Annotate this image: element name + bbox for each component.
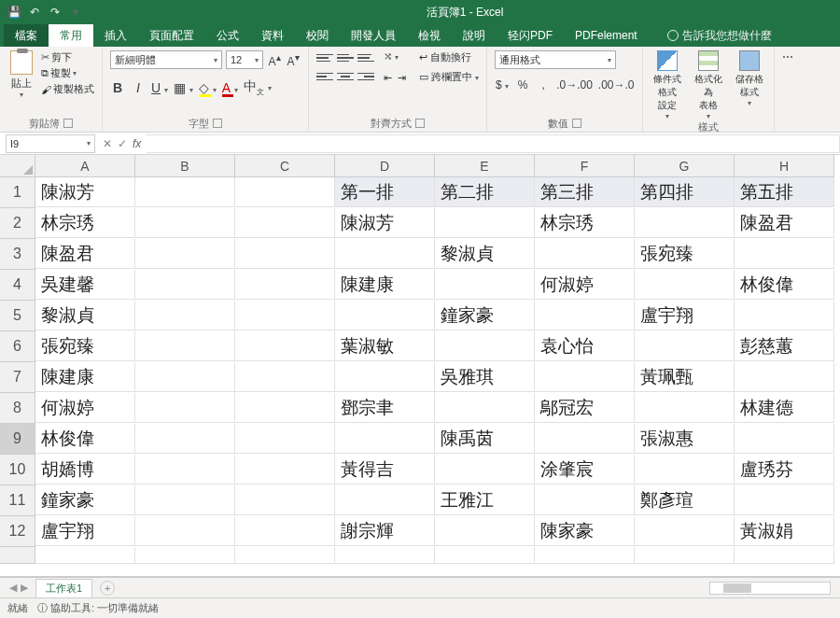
cell[interactable] <box>635 393 735 423</box>
cell[interactable] <box>535 362 635 392</box>
cell[interactable] <box>435 331 535 361</box>
cut-button[interactable]: ✂剪下 <box>41 50 94 64</box>
worksheet-grid[interactable]: ABCDEFGH1陳淑芳第一排第二排第三排第四排第五排2林宗琇陳淑芳林宗琇陳盈君… <box>0 155 840 577</box>
increase-decimal-button[interactable]: .0→.00 <box>556 78 593 91</box>
column-header[interactable]: B <box>135 155 235 177</box>
cell[interactable]: 張宛臻 <box>635 239 735 269</box>
cell[interactable]: 林俊偉 <box>735 270 834 300</box>
cell[interactable] <box>135 424 235 454</box>
horizontal-scrollbar[interactable] <box>709 582 831 595</box>
cell[interactable] <box>735 424 834 454</box>
tell-me[interactable]: 告訴我您想做什麼 <box>656 24 783 47</box>
cell[interactable]: 黃得吉 <box>335 455 435 485</box>
cell[interactable] <box>435 547 535 564</box>
cell[interactable] <box>35 547 135 564</box>
cell[interactable]: 林俊偉 <box>35 424 135 454</box>
cell[interactable]: 張淑惠 <box>635 424 735 454</box>
sheet-nav-next-icon[interactable]: ▶ <box>21 582 28 594</box>
cell[interactable] <box>235 485 335 515</box>
cell[interactable] <box>435 516 535 546</box>
cell[interactable]: 陳禹茵 <box>435 424 535 454</box>
column-header[interactable]: C <box>235 155 335 177</box>
cell[interactable] <box>635 270 735 300</box>
dialog-launcher-icon[interactable] <box>63 119 73 128</box>
cell[interactable]: 林建德 <box>735 393 834 423</box>
cell[interactable]: 黎淑貞 <box>35 301 135 330</box>
cell[interactable] <box>135 239 235 269</box>
cell[interactable] <box>235 331 335 361</box>
cell[interactable]: 葉淑敏 <box>335 331 435 361</box>
italic-button[interactable]: I <box>131 80 146 95</box>
column-header[interactable]: H <box>735 155 834 177</box>
percent-button[interactable]: % <box>515 78 530 91</box>
cell[interactable] <box>135 547 235 564</box>
tab-developer[interactable]: 開發人員 <box>340 24 407 47</box>
fill-color-button[interactable]: ◇ ▾ <box>199 80 217 95</box>
underline-button[interactable]: U ▾ <box>151 80 168 95</box>
cell[interactable] <box>235 516 335 546</box>
sheet-nav-prev-icon[interactable]: ◀ <box>9 582 17 594</box>
cell[interactable] <box>635 547 735 564</box>
cell[interactable]: 陳盈君 <box>35 239 135 269</box>
cell[interactable]: 鐘家豪 <box>35 485 135 515</box>
add-sheet-button[interactable]: + <box>100 581 115 596</box>
align-left-button[interactable] <box>316 69 333 84</box>
cell[interactable]: 第一排 <box>335 177 435 207</box>
align-center-button[interactable] <box>337 69 354 84</box>
row-header[interactable]: 11 <box>0 485 35 516</box>
cell[interactable] <box>635 208 735 238</box>
paste-button[interactable]: 貼上 ▾ <box>7 50 35 99</box>
font-color-button[interactable]: A ▾ <box>222 80 238 95</box>
cell[interactable]: 陳淑芳 <box>35 177 135 207</box>
cell[interactable] <box>235 547 335 564</box>
cell[interactable]: 吳建馨 <box>35 270 135 300</box>
cell[interactable]: 鄔冠宏 <box>535 393 635 423</box>
cell[interactable] <box>135 516 235 546</box>
cell[interactable]: 何淑婷 <box>535 270 635 300</box>
cell[interactable] <box>335 485 435 515</box>
cell[interactable] <box>435 208 535 238</box>
cell[interactable] <box>335 547 435 564</box>
cell[interactable] <box>135 177 235 207</box>
cell[interactable] <box>335 239 435 269</box>
decrease-indent-button[interactable]: ⇤ <box>384 72 392 84</box>
font-size-selector[interactable]: 12▾ <box>226 50 263 69</box>
cell[interactable] <box>135 393 235 423</box>
cell[interactable] <box>535 547 635 564</box>
cell[interactable] <box>235 270 335 300</box>
row-header[interactable]: 6 <box>0 331 35 362</box>
orientation-button[interactable]: ⤭ ▾ <box>384 50 406 63</box>
format-painter-button[interactable]: 🖌複製格式 <box>41 82 94 96</box>
cell[interactable]: 第五排 <box>735 177 834 207</box>
cell[interactable] <box>435 455 535 485</box>
cell[interactable] <box>435 393 535 423</box>
tab-help[interactable]: 說明 <box>452 24 497 47</box>
cell[interactable]: 第四排 <box>635 177 735 207</box>
column-header[interactable]: A <box>35 155 135 177</box>
cell[interactable]: 涂肇宸 <box>535 455 635 485</box>
row-header[interactable]: 3 <box>0 239 35 270</box>
row-header[interactable]: 4 <box>0 270 35 301</box>
currency-button[interactable]: $ ▾ <box>495 78 510 91</box>
cell[interactable]: 黎淑貞 <box>435 239 535 269</box>
row-header[interactable]: 9 <box>0 424 35 455</box>
cell[interactable] <box>635 455 735 485</box>
cell[interactable] <box>235 455 335 485</box>
tab-pdfelement[interactable]: PDFelement <box>564 24 649 47</box>
increase-indent-button[interactable]: ⇥ <box>398 72 406 84</box>
cell[interactable]: 吳雅琪 <box>435 362 535 392</box>
sheet-tab[interactable]: 工作表1 <box>35 579 92 597</box>
cell[interactable] <box>235 208 335 238</box>
name-box[interactable]: I9▾ <box>6 134 95 153</box>
cell[interactable] <box>635 331 735 361</box>
cell[interactable] <box>135 362 235 392</box>
cell[interactable]: 林宗琇 <box>35 208 135 238</box>
align-right-button[interactable] <box>357 69 374 84</box>
row-header[interactable]: 12 <box>0 516 35 547</box>
cell[interactable]: 陳建康 <box>35 362 135 392</box>
cell[interactable]: 盧宇翔 <box>635 301 735 330</box>
cell[interactable] <box>135 208 235 238</box>
cell[interactable]: 胡嬌博 <box>35 455 135 485</box>
comma-button[interactable]: , <box>536 78 551 91</box>
cell[interactable] <box>735 239 834 269</box>
